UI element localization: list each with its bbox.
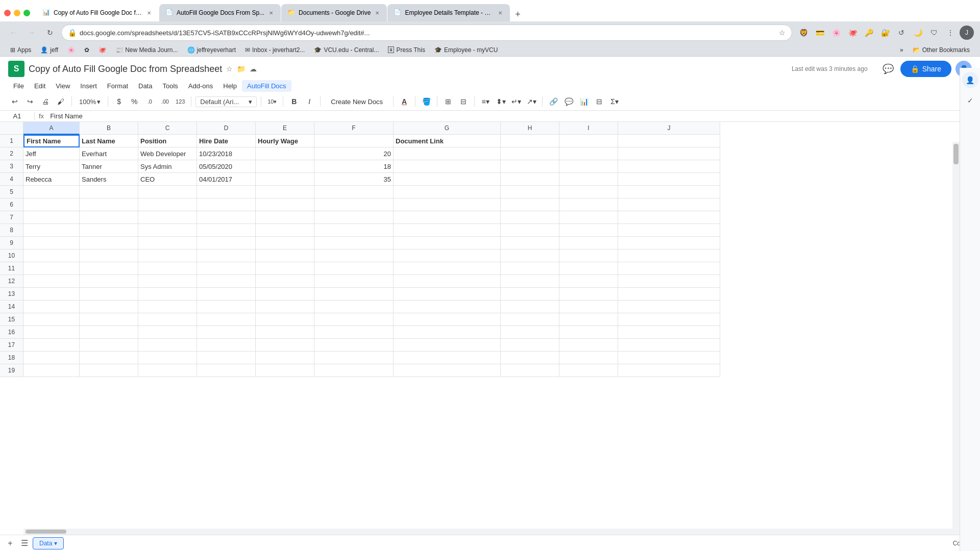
menu-help[interactable]: Help bbox=[218, 80, 242, 92]
cell-9-I[interactable] bbox=[559, 237, 618, 249]
cell-17-E[interactable] bbox=[256, 339, 314, 352]
cell-1-A[interactable]: First Name bbox=[23, 135, 80, 147]
cell-5-H[interactable] bbox=[501, 186, 559, 198]
cell-16-D[interactable] bbox=[197, 326, 256, 339]
cell-5-A[interactable] bbox=[23, 186, 80, 198]
cell-19-B[interactable] bbox=[80, 364, 138, 377]
cell-8-C[interactable] bbox=[138, 224, 197, 237]
bookmark-newmedia[interactable]: 📰 New Media Journ... bbox=[111, 45, 182, 55]
row-header-11[interactable]: 11 bbox=[0, 262, 23, 275]
cell-7-G[interactable] bbox=[394, 211, 501, 224]
bookmark-flowers2[interactable]: ✿ bbox=[80, 45, 93, 55]
github-icon[interactable]: 🐙 bbox=[845, 26, 860, 40]
cell-12-G[interactable] bbox=[394, 275, 501, 288]
bookmark-jeff[interactable]: 👤 jeff bbox=[36, 45, 62, 55]
cell-14-B[interactable] bbox=[80, 300, 138, 313]
new-tab-button[interactable]: + bbox=[510, 7, 525, 21]
cell-5-G[interactable] bbox=[394, 186, 501, 198]
cell-3-C[interactable]: Sys Admin bbox=[138, 160, 197, 173]
cell-15-H[interactable] bbox=[501, 313, 559, 326]
cell-14-A[interactable] bbox=[23, 300, 80, 313]
cell-2-C[interactable]: Web Developer bbox=[138, 147, 197, 160]
row-header-5[interactable]: 5 bbox=[0, 186, 23, 198]
contacts-panel-button[interactable]: 👤 bbox=[962, 72, 978, 88]
cell-10-B[interactable] bbox=[80, 249, 138, 262]
profile-button[interactable]: J bbox=[960, 26, 974, 40]
document-title[interactable]: Copy of Auto Fill Google Doc from Spread… bbox=[29, 64, 222, 74]
browser-tab-3[interactable]: 📁 Documents - Google Drive ✕ bbox=[281, 4, 387, 21]
cell-1-F[interactable] bbox=[314, 135, 394, 147]
col-header-c[interactable]: C bbox=[138, 122, 197, 135]
cell-4-G[interactable] bbox=[394, 173, 501, 186]
cell-12-C[interactable] bbox=[138, 275, 197, 288]
cell-6-A[interactable] bbox=[23, 198, 80, 211]
cell-14-I[interactable] bbox=[559, 300, 618, 313]
col-header-e[interactable]: E bbox=[256, 122, 314, 135]
cell-19-J[interactable] bbox=[618, 364, 720, 377]
cell-17-H[interactable] bbox=[501, 339, 559, 352]
cell-3-G[interactable] bbox=[394, 160, 501, 173]
row-header-12[interactable]: 12 bbox=[0, 275, 23, 288]
redo-button[interactable]: ↪ bbox=[23, 95, 37, 108]
cell-17-C[interactable] bbox=[138, 339, 197, 352]
cell-15-J[interactable] bbox=[618, 313, 720, 326]
cell-2-G[interactable] bbox=[394, 147, 501, 160]
cell-6-B[interactable] bbox=[80, 198, 138, 211]
cell-4-A[interactable]: Rebecca bbox=[23, 173, 80, 186]
cell-10-I[interactable] bbox=[559, 249, 618, 262]
cell-13-H[interactable] bbox=[501, 288, 559, 300]
function-button[interactable]: Σ▾ bbox=[608, 95, 621, 108]
cell-17-I[interactable] bbox=[559, 339, 618, 352]
bookmark-flowers1[interactable]: 🌸 bbox=[63, 45, 79, 55]
tab-4-close-button[interactable]: ✕ bbox=[497, 9, 504, 16]
cell-7-D[interactable] bbox=[197, 211, 256, 224]
cell-8-B[interactable] bbox=[80, 224, 138, 237]
cell-8-I[interactable] bbox=[559, 224, 618, 237]
cell-19-G[interactable] bbox=[394, 364, 501, 377]
cell-9-G[interactable] bbox=[394, 237, 501, 249]
browser-tab-4[interactable]: 📄 Employee Details Template - G... ✕ bbox=[387, 4, 510, 21]
cell-11-I[interactable] bbox=[559, 262, 618, 275]
font-size-button[interactable]: 10▾ bbox=[265, 95, 279, 108]
number-format-button[interactable]: 123 bbox=[174, 95, 187, 108]
cell-14-D[interactable] bbox=[197, 300, 256, 313]
row-header-8[interactable]: 8 bbox=[0, 224, 23, 237]
cell-13-F[interactable] bbox=[314, 288, 394, 300]
cell-10-G[interactable] bbox=[394, 249, 501, 262]
vpn-icon[interactable]: 🛡 bbox=[927, 26, 941, 40]
cell-2-H[interactable] bbox=[501, 147, 559, 160]
cell-5-E[interactable] bbox=[256, 186, 314, 198]
cell-4-J[interactable] bbox=[618, 173, 720, 186]
formula-input[interactable]: First Name bbox=[48, 112, 976, 120]
close-window-button[interactable] bbox=[4, 10, 11, 16]
menu-insert[interactable]: Insert bbox=[75, 80, 102, 92]
reload-button[interactable]: ↻ bbox=[43, 26, 57, 40]
col-header-g[interactable]: G bbox=[394, 122, 501, 135]
star-icon[interactable]: ☆ bbox=[226, 65, 233, 73]
cell-6-E[interactable] bbox=[256, 198, 314, 211]
cell-10-H[interactable] bbox=[501, 249, 559, 262]
cell-3-E[interactable] bbox=[256, 160, 314, 173]
wallet-icon[interactable]: 💳 bbox=[813, 26, 827, 40]
bookmark-employee[interactable]: 🎓 Employee - myVCU bbox=[430, 45, 502, 55]
cell-2-B[interactable]: Everhart bbox=[80, 147, 138, 160]
cell-3-A[interactable]: Terry bbox=[23, 160, 80, 173]
cell-6-G[interactable] bbox=[394, 198, 501, 211]
cell-6-D[interactable] bbox=[197, 198, 256, 211]
refresh-icon[interactable]: ↺ bbox=[894, 26, 909, 40]
cell-18-F[interactable] bbox=[314, 352, 394, 364]
cell-3-I[interactable] bbox=[559, 160, 618, 173]
cell-8-H[interactable] bbox=[501, 224, 559, 237]
rotate-button[interactable]: ↗▾ bbox=[525, 95, 538, 108]
cell-10-E[interactable] bbox=[256, 249, 314, 262]
check-panel-button[interactable]: ✓ bbox=[962, 92, 978, 109]
horizontal-scrollbar[interactable] bbox=[23, 529, 960, 535]
cell-7-A[interactable] bbox=[23, 211, 80, 224]
row-header-19[interactable]: 19 bbox=[0, 364, 23, 377]
folder-move-icon[interactable]: 📁 bbox=[237, 65, 246, 73]
tab-3-close-button[interactable]: ✕ bbox=[374, 9, 381, 16]
cloud-save-icon[interactable]: ☁ bbox=[250, 65, 257, 73]
cell-18-H[interactable] bbox=[501, 352, 559, 364]
cell-13-J[interactable] bbox=[618, 288, 720, 300]
cell-9-E[interactable] bbox=[256, 237, 314, 249]
